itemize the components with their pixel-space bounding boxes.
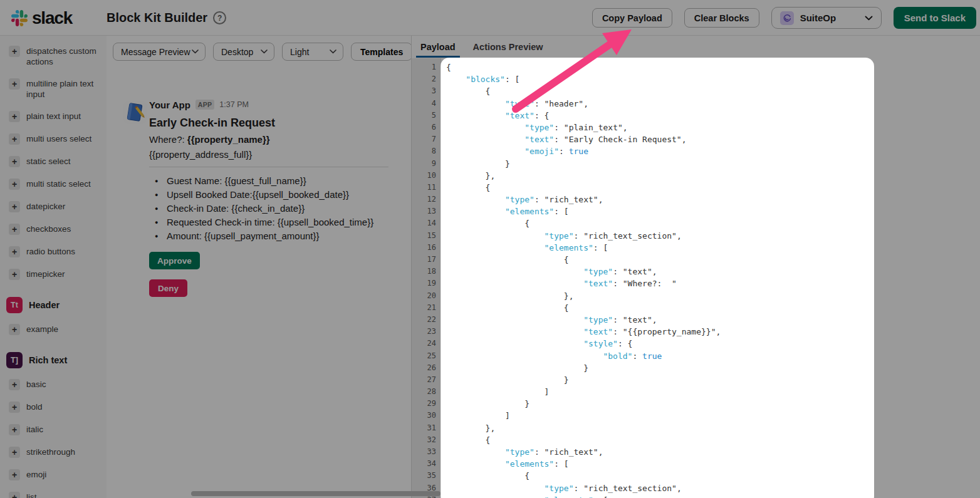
code-line: "type": "header", (446, 98, 980, 110)
sidebar-item-plain-text-input[interactable]: +plain text input (0, 105, 107, 128)
sidebar-item-strikethrough[interactable]: +strikethrough (0, 441, 107, 464)
theme-select[interactable]: Light (282, 43, 343, 61)
sidebar-item-timepicker[interactable]: +timepicker (0, 263, 107, 286)
code-line: { (446, 217, 980, 229)
sidebar-item-label: multi static select (26, 179, 91, 189)
sidebar-item-multi-static-select[interactable]: +multi static select (0, 173, 107, 195)
sidebar-item-label: timepicker (26, 269, 65, 279)
plus-icon[interactable]: + (9, 402, 20, 413)
sidebar-section-rich-text[interactable]: T]Rich text (0, 347, 107, 373)
message-timestamp[interactable]: 1:37 PM (219, 100, 249, 109)
chevron-down-icon (330, 49, 336, 54)
plus-icon[interactable]: + (9, 492, 20, 498)
plus-icon[interactable]: + (9, 201, 20, 212)
chevron-down-icon (865, 16, 873, 21)
line-number: 26 (412, 362, 440, 374)
line-number: 31 (412, 422, 440, 434)
sidebar-item-static-select[interactable]: +static select (0, 150, 107, 173)
sidebar-item-label: bold (26, 402, 43, 412)
code-line: } (446, 158, 980, 170)
code-line: "type": "text", (446, 266, 980, 278)
sidebar-item-example[interactable]: +example (0, 318, 107, 341)
plus-icon[interactable]: + (9, 224, 20, 235)
help-icon[interactable]: ? (213, 11, 226, 24)
sidebar-item-multi-users-select[interactable]: +multi users select (0, 128, 107, 150)
line-number: 30 (412, 410, 440, 422)
sidebar-item-checkboxes[interactable]: +checkboxes (0, 218, 107, 241)
line-number: 27 (412, 374, 440, 386)
line-number: 24 (412, 338, 440, 350)
send-to-slack-button[interactable]: Send to Slack (894, 7, 976, 29)
code-line: "text": "{{property_name}}", (446, 326, 980, 338)
sidebar-item-label: datepicker (26, 201, 65, 212)
plus-icon[interactable]: + (9, 133, 20, 145)
plus-icon[interactable]: + (9, 78, 20, 90)
sidebar-item-basic[interactable]: +basic (0, 373, 107, 396)
json-code[interactable]: { "blocks": [ { "type": "header", "text"… (441, 58, 980, 498)
approve-button[interactable]: Approve (149, 252, 200, 269)
sidebar-item-label: list (26, 492, 37, 498)
code-line: "text": "Where?: " (446, 278, 980, 289)
sidebar-item-emoji[interactable]: +emoji (0, 464, 107, 486)
sidebar-item-radio-buttons[interactable]: +radio buttons (0, 241, 107, 263)
line-number: 2 (412, 73, 440, 85)
view-mode-select[interactable]: Message Preview (113, 43, 206, 61)
workspace-select[interactable]: SuiteOp (771, 7, 882, 29)
plus-icon[interactable]: + (9, 156, 20, 167)
sidebar-item-list[interactable]: +list (0, 486, 107, 498)
sidebar-item-italic[interactable]: +italic (0, 418, 107, 441)
code-line: { (446, 302, 980, 314)
line-number: 5 (412, 110, 440, 122)
plus-icon[interactable]: + (9, 469, 20, 480)
plus-icon[interactable]: + (9, 246, 20, 257)
json-code-editor[interactable]: 1234567891011121314151617181920212223242… (412, 58, 980, 498)
slack-wordmark: slack (32, 8, 72, 28)
slack-mark-icon (11, 10, 28, 26)
sidebar-section-header[interactable]: TtHeader (0, 292, 107, 318)
line-number: 7 (412, 133, 440, 145)
copy-payload-button[interactable]: Copy Payload (592, 8, 672, 28)
code-line: "elements": [ (446, 494, 980, 498)
tab-payload[interactable]: Payload (420, 36, 456, 58)
sidebar-item-label: static select (26, 156, 71, 167)
line-number: 23 (412, 326, 440, 338)
app-name[interactable]: Your App (149, 100, 190, 110)
line-number: 4 (412, 98, 440, 110)
sidebar-item-dispatches-custom-actions[interactable]: +dispatches custom actions (0, 40, 107, 73)
sidebar-item-bold[interactable]: +bold (0, 396, 107, 418)
code-line: }, (446, 170, 980, 182)
plus-icon[interactable]: + (9, 269, 20, 280)
line-number: 20 (412, 290, 440, 302)
sidebar-section-label: Header (29, 300, 60, 310)
code-line: }, (446, 290, 980, 302)
plus-icon[interactable]: + (9, 111, 20, 122)
sidebar-item-label: multi users select (26, 133, 91, 144)
sidebar-section-label: Rich text (29, 355, 67, 365)
suiteop-logo-icon (780, 11, 794, 25)
sidebar-item-multiline-plain-text-input[interactable]: +multiline plain text input (0, 73, 107, 105)
line-number: 25 (412, 350, 440, 362)
plus-icon[interactable]: + (9, 424, 20, 435)
tab-actions-preview[interactable]: Actions Preview (473, 36, 543, 58)
clear-blocks-button[interactable]: Clear Blocks (684, 8, 759, 28)
code-line: "elements": [ (446, 458, 980, 470)
plus-icon[interactable]: + (9, 379, 20, 390)
deny-button[interactable]: Deny (149, 279, 187, 297)
code-line: { (446, 434, 980, 446)
horizontal-scrollbar-thumb[interactable] (191, 491, 440, 496)
line-number: 11 (412, 182, 440, 194)
sidebar-item-label: italic (26, 424, 43, 435)
rich-text-block-icon: T] (6, 352, 23, 368)
device-select[interactable]: Desktop (213, 43, 274, 61)
sidebar-item-datepicker[interactable]: +datepicker (0, 195, 107, 218)
plus-icon[interactable]: + (9, 447, 20, 458)
plus-icon[interactable]: + (9, 324, 20, 335)
plus-icon[interactable]: + (9, 46, 20, 57)
templates-button[interactable]: Templates (351, 43, 412, 61)
code-line: "text": { (446, 110, 980, 122)
plus-icon[interactable]: + (9, 179, 20, 190)
code-line: { (446, 182, 980, 194)
sidebar-item-label: radio buttons (26, 246, 75, 257)
line-number: 9 (412, 158, 440, 170)
line-number: 19 (412, 278, 440, 289)
